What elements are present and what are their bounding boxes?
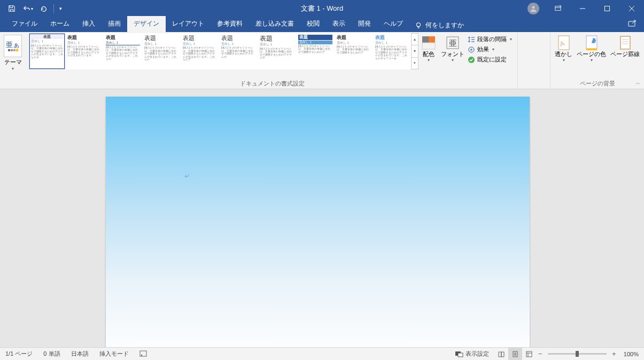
lightbulb-icon: [415, 22, 422, 29]
customize-qat-button[interactable]: ▾: [56, 1, 65, 16]
page-borders-icon: [617, 35, 633, 51]
tab-design[interactable]: デザイン: [127, 16, 166, 32]
tab-layout[interactable]: レイアウト: [166, 16, 211, 32]
style-set-item[interactable]: 表題見出し 1[挿入] タブのギャラリーには、文書全体の体裁に合わせて調整するた…: [65, 33, 104, 69]
maximize-button[interactable]: [595, 0, 619, 17]
status-bar: 1/1 ページ 0 単語 日本語 挿入モード 表示設定 − + 100%: [0, 347, 644, 360]
ribbon: 亜ぁ テーマ ▾ 表題見出し 1[挿入] タブのギャラリーには、文書全体の体裁に…: [0, 32, 644, 89]
zoom-slider[interactable]: [548, 353, 607, 355]
insert-mode-status[interactable]: 挿入モード: [94, 350, 134, 358]
formatting-options: 段落の間隔▾ 効果▾ 既定に設定: [467, 33, 515, 64]
zoom-level[interactable]: 100%: [618, 351, 644, 357]
fonts-label: フォント: [441, 51, 464, 58]
zoom-out-button[interactable]: −: [536, 350, 545, 358]
effects-button[interactable]: 効果▾: [468, 45, 512, 53]
macro-icon: [139, 350, 147, 357]
page-borders-button[interactable]: ページ罫線: [608, 33, 642, 58]
account-button[interactable]: [521, 0, 546, 17]
tab-review[interactable]: 校閲: [300, 16, 326, 32]
page-color-icon: [584, 35, 600, 51]
minimize-button[interactable]: [570, 0, 595, 17]
page-number-status[interactable]: 1/1 ページ: [0, 350, 38, 358]
paragraph-mark-icon: ↵: [184, 173, 190, 180]
svg-rect-1: [555, 6, 561, 11]
svg-rect-30: [458, 353, 463, 357]
fonts-button[interactable]: 亜 フォント ▾: [439, 33, 467, 62]
watermark-icon: A: [556, 35, 572, 51]
style-set-item[interactable]: 表題見出し 1[挿入] タブのギャラリーには、文書全体の体裁に合わせて調整するた…: [142, 33, 181, 69]
share-button[interactable]: [628, 19, 637, 30]
set-as-default-button[interactable]: 既定に設定: [468, 56, 512, 64]
checkmark-circle-icon: [468, 56, 475, 64]
svg-rect-22: [586, 49, 597, 50]
svg-rect-23: [620, 36, 630, 49]
page-color-button[interactable]: ページの色 ▾: [575, 33, 608, 62]
page-background-group: A 透かし ▾ ページの色 ▾ ページ罫線 ページの背景: [550, 32, 644, 89]
themes-label: テーマ: [4, 58, 22, 66]
tab-mailings[interactable]: 差し込み文書: [249, 16, 300, 32]
tell-me-search[interactable]: 何をしますか: [409, 19, 469, 32]
tab-draw[interactable]: 描画: [102, 16, 127, 32]
paragraph-spacing-button[interactable]: 段落の間隔▾: [468, 35, 512, 43]
tab-help[interactable]: ヘルプ: [377, 16, 409, 32]
page-borders-label: ページ罫線: [610, 51, 640, 58]
colors-button[interactable]: 配色 ▾: [418, 33, 439, 62]
watermark-button[interactable]: A 透かし ▾: [553, 33, 575, 62]
svg-rect-12: [429, 36, 435, 43]
style-set-item[interactable]: 表題見出し 1[挿入] タブのギャラリーには、文書全体の体裁に合わせて調整するた…: [373, 33, 412, 69]
separator: [53, 4, 54, 13]
tab-developer[interactable]: 開発: [352, 16, 377, 32]
gallery-scroll-up[interactable]: ▴: [412, 34, 418, 45]
language-status[interactable]: 日本語: [66, 350, 94, 358]
chevron-down-icon: ▾: [452, 58, 454, 62]
display-settings-button[interactable]: 表示設定: [449, 350, 494, 358]
svg-rect-13: [422, 43, 435, 49]
style-set-item[interactable]: 表題見出し 1[挿入] タブのギャラリーには、文書全体の体裁に合わせて調整するた…: [258, 33, 296, 69]
zoom-slider-thumb[interactable]: [576, 351, 579, 357]
style-set-item[interactable]: 表題見出し 1[挿入] タブのギャラリーには、文書全体の体裁に合わせて調整するた…: [29, 33, 65, 69]
tab-insert[interactable]: 挿入: [76, 16, 102, 32]
svg-rect-35: [526, 351, 532, 357]
svg-text:亜: 亜: [449, 38, 457, 48]
document-page[interactable]: ↵: [106, 97, 530, 347]
read-mode-button[interactable]: [494, 348, 508, 361]
style-set-item[interactable]: 表題見出し 1[挿入] タブのギャラリーには、文書全体の体裁に合わせて調整するた…: [296, 33, 335, 69]
chevron-down-icon: ▾: [31, 6, 33, 11]
save-button[interactable]: [4, 1, 19, 16]
document-area[interactable]: ↵: [0, 89, 644, 347]
gallery-scroll-down[interactable]: ▾: [412, 45, 418, 57]
document-formatting-group: 表題見出し 1[挿入] タブのギャラリーには、文書全体の体裁に合わせて調整するた…: [27, 32, 518, 89]
gallery-expand[interactable]: ▾: [412, 58, 418, 69]
tab-home[interactable]: ホーム: [44, 16, 76, 32]
undo-button[interactable]: ▾: [20, 1, 35, 16]
close-button[interactable]: [619, 0, 644, 17]
svg-point-28: [141, 354, 142, 355]
web-layout-button[interactable]: [522, 348, 536, 361]
chevron-down-icon: ▾: [492, 47, 494, 52]
tab-view[interactable]: 表示: [326, 16, 352, 32]
macro-recording-button[interactable]: [134, 350, 152, 358]
ribbon-display-options-button[interactable]: [546, 0, 570, 17]
display-settings-icon: [455, 351, 463, 357]
redo-button[interactable]: [36, 1, 51, 16]
page-color-label: ページの色: [577, 51, 606, 58]
quick-access-toolbar: ▾ ▾: [0, 1, 65, 16]
style-set-item[interactable]: 表題見出し 1[挿入] タブのギャラリーには、文書全体の体裁に合わせて調整するた…: [104, 33, 142, 69]
print-layout-button[interactable]: [508, 348, 522, 361]
chevron-down-icon: ▾: [12, 66, 14, 71]
zoom-in-button[interactable]: +: [610, 350, 618, 358]
document-title: 文書 1 - Word: [301, 4, 343, 13]
tab-references[interactable]: 参考資料: [211, 16, 249, 32]
style-set-item[interactable]: 表題見出し 1[挿入] タブのギャラリーには、文書全体の体裁に合わせて調整するた…: [181, 33, 219, 69]
tab-file[interactable]: ファイル: [5, 16, 44, 32]
collapse-ribbon-button[interactable]: ︿: [635, 79, 641, 87]
style-set-item[interactable]: 表題見出し 1[挿入] タブのギャラリーには、文書全体の体裁に合わせて調整するた…: [219, 33, 258, 69]
themes-icon: 亜ぁ: [4, 35, 22, 57]
paragraph-spacing-icon: [468, 36, 475, 43]
themes-button[interactable]: 亜ぁ テーマ ▾: [2, 33, 24, 71]
style-set-item[interactable]: 表題見出し 1[挿入] タブのギャラリーには、文書全体の体裁に合わせて調整するた…: [335, 33, 373, 69]
svg-rect-11: [422, 36, 429, 43]
fonts-icon: 亜: [445, 35, 461, 51]
word-count-status[interactable]: 0 単語: [38, 350, 65, 358]
chevron-down-icon: ▾: [59, 6, 62, 11]
